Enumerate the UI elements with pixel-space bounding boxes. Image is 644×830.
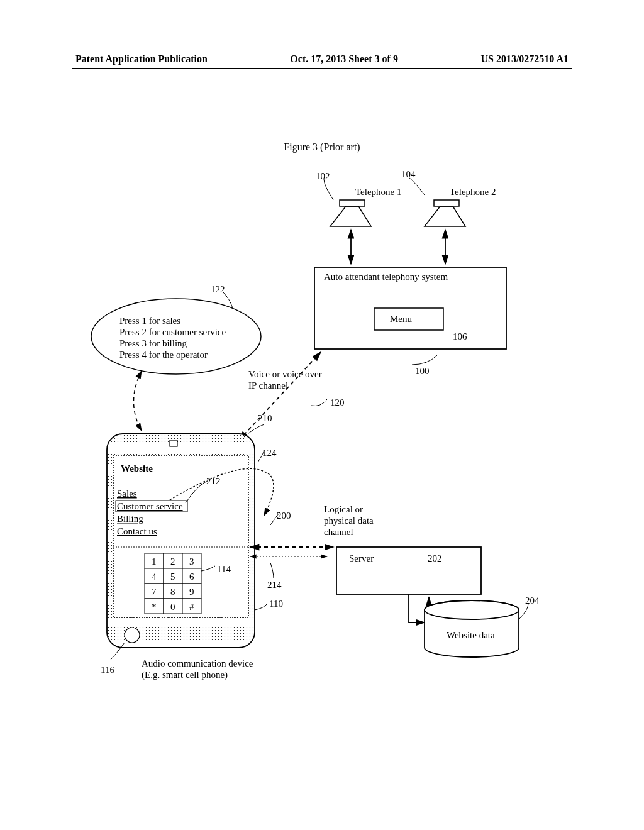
svg-text:5: 5: [170, 572, 175, 582]
telephone1-icon: [330, 200, 371, 226]
ref-106: 106: [453, 331, 467, 341]
ref-116: 116: [101, 665, 114, 675]
server-label: Server: [349, 553, 374, 563]
svg-text:1: 1: [152, 556, 157, 567]
auto-attendant-label: Auto attendant telephony system: [324, 272, 448, 282]
device-label-1: Audio communication device: [142, 658, 253, 668]
svg-text:6: 6: [189, 572, 194, 582]
data-channel-l2: physical data: [324, 516, 374, 526]
header-center: Oct. 17, 2013 Sheet 3 of 9: [290, 53, 398, 65]
telephone2-label: Telephone 2: [450, 187, 496, 197]
ref-120: 120: [330, 397, 345, 407]
svg-text:3: 3: [189, 556, 194, 567]
ref-100: 100: [415, 366, 430, 376]
data-channel-l1: Logical or: [324, 504, 363, 514]
page-header: Patent Application Publication Oct. 17, …: [75, 53, 569, 65]
keypad: 1 2 3 4 5 6 7 8 9 * 0 #: [145, 553, 201, 614]
database-icon: [425, 600, 519, 657]
svg-text:8: 8: [170, 587, 175, 597]
voice-channel-l1: Voice or voice over: [248, 369, 322, 379]
website-item-cs: Customer service: [117, 501, 183, 511]
voice-channel-l2: IP channel: [248, 380, 288, 390]
bubble-line2: Press 2 for customer service: [119, 327, 226, 337]
ref-104: 104: [401, 170, 416, 179]
device-label-2: (E.g. smart cell phone): [142, 670, 228, 680]
telephone1-label: Telephone 1: [355, 187, 402, 197]
svg-text:9: 9: [189, 587, 194, 597]
ref-214: 214: [267, 580, 282, 590]
website-item-sales: Sales: [117, 489, 137, 499]
svg-marker-5: [425, 206, 465, 226]
bubble-line4: Press 4 for the operator: [119, 350, 208, 360]
figure-title: Figure 3 (Prior art): [0, 141, 644, 153]
svg-marker-3: [330, 206, 371, 226]
menu-label: Menu: [390, 314, 412, 324]
ref-204: 204: [525, 595, 540, 606]
ref-110: 110: [269, 599, 283, 609]
svg-rect-2: [340, 200, 365, 206]
website-item-contact: Contact us: [117, 526, 157, 536]
data-channel-l3: channel: [324, 527, 353, 537]
earpiece: [170, 440, 177, 446]
ref-124: 124: [262, 448, 277, 458]
website-data-label: Website data: [447, 630, 495, 640]
header-rule: [72, 68, 572, 69]
telephone2-icon: [425, 200, 465, 226]
website-title: Website: [121, 463, 153, 473]
website-item-billing: Billing: [117, 514, 143, 524]
ref-122: 122: [211, 284, 225, 294]
svg-text:4: 4: [152, 572, 157, 582]
header-left: Patent Application Publication: [75, 53, 208, 65]
svg-rect-4: [434, 200, 459, 206]
ref-200: 200: [277, 511, 291, 521]
svg-text:7: 7: [152, 587, 157, 597]
ref-212: 212: [206, 476, 221, 486]
header-right: US 2013/0272510 A1: [480, 53, 569, 65]
svg-text:2: 2: [170, 556, 175, 567]
ref-114: 114: [217, 564, 231, 574]
bubble-line3: Press 3 for billing: [119, 338, 187, 348]
bubble-line1: Press 1 for sales: [119, 316, 180, 326]
ref-202: 202: [428, 553, 442, 563]
svg-text:*: *: [152, 602, 157, 612]
svg-text:#: #: [189, 602, 194, 612]
svg-text:0: 0: [170, 602, 175, 612]
ref-210: 210: [258, 413, 272, 423]
ref-102: 102: [316, 171, 330, 181]
home-button-icon: [125, 628, 140, 643]
diagram: Telephone 1 Telephone 2 Auto attendant t…: [75, 170, 569, 717]
